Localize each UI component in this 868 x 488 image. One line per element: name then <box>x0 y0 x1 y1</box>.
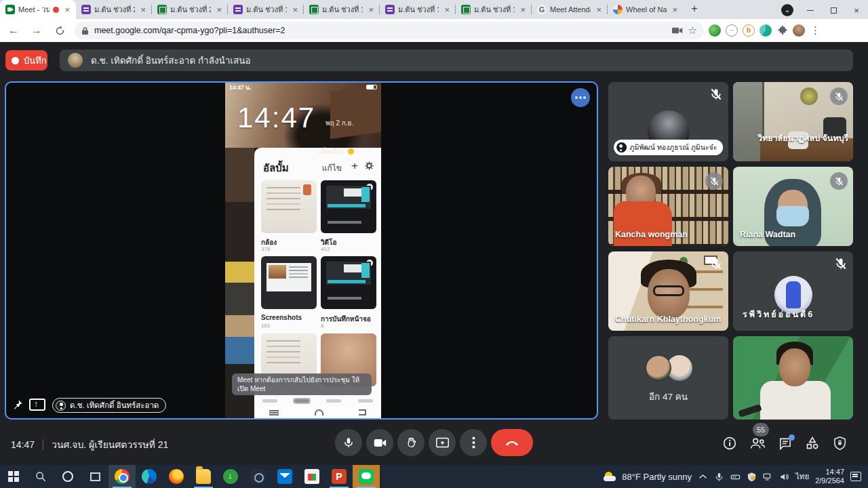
address-bar[interactable]: meet.google.com/qar-cpma-ygo?pli=1&authu… <box>75 22 704 39</box>
browser-toolbar: ← → meet.google.com/qar-cpma-ygo?pli=1&a… <box>0 19 868 42</box>
participants-button[interactable] <box>749 434 766 452</box>
sun-icon <box>348 148 354 155</box>
cortana-button[interactable] <box>54 465 81 488</box>
taskbar-idm[interactable] <box>217 465 244 488</box>
tab-wheel-of-names[interactable]: Wheel of Nam × <box>608 0 684 19</box>
pin-icon[interactable] <box>12 399 24 411</box>
participant-tile[interactable] <box>733 336 853 420</box>
present-screen-button[interactable] <box>429 429 456 456</box>
lock-icon <box>81 26 89 35</box>
album-count: 378 <box>261 246 270 252</box>
tab-sheets-1[interactable]: ม.ต้น ช่วงที่ 2 P × <box>152 0 228 19</box>
tray-device-icon[interactable] <box>730 472 741 482</box>
action-center-icon[interactable] <box>850 472 861 481</box>
activities-button[interactable] <box>804 434 821 452</box>
tab-sheets-2[interactable]: ม.ต้น ช่วงที่ 1 P × <box>304 0 380 19</box>
tab-forms-2[interactable]: ม.ต้น ช่วงที่ 1 P × <box>228 0 304 19</box>
reload-icon <box>55 26 65 36</box>
tab-close-icon[interactable]: × <box>214 5 224 15</box>
tray-mic-icon[interactable] <box>714 472 724 482</box>
participant-tile[interactable]: วิทยาลัยนาฏศิลป จันทบุรี <box>733 82 853 161</box>
forward-button[interactable]: → <box>27 21 46 40</box>
camera-button[interactable] <box>366 429 393 456</box>
tab-close-icon[interactable]: × <box>442 5 452 15</box>
participant-count-badge: 55 <box>753 423 769 436</box>
album-label: Screenshots <box>261 314 302 321</box>
tab-meet-attendance[interactable]: G Meet Attenda × <box>532 0 608 19</box>
mic-button[interactable] <box>335 429 362 456</box>
task-view-button[interactable] <box>81 465 108 488</box>
tab-title: Meet - วน <box>18 3 50 16</box>
tab-close-icon[interactable]: × <box>518 5 528 15</box>
profile-avatar[interactable] <box>793 24 805 37</box>
window-maximize-button[interactable] <box>822 1 845 19</box>
tab-close-icon[interactable]: × <box>290 5 300 15</box>
weather-widget[interactable]: 88°F Partly sunny <box>604 472 692 482</box>
window-minimize-button[interactable] <box>799 1 822 19</box>
stage-more-options-button[interactable] <box>571 88 590 107</box>
meet-return-toast: Meet หากต้องการกลับไปยังการประชุม ให้เปิ… <box>232 373 372 395</box>
overflow-participants-tile[interactable]: อีก 47 คน <box>608 336 728 420</box>
tab-title: Wheel of Nam <box>626 5 667 14</box>
meeting-details-button[interactable] <box>721 434 738 452</box>
taskbar-firefox[interactable] <box>163 465 190 488</box>
host-controls-button[interactable] <box>831 434 848 452</box>
participant-tile[interactable]: Chutikarn Khlaythongkum <box>608 251 728 331</box>
download-manager-icon <box>223 469 238 484</box>
raise-hand-button[interactable] <box>397 429 425 456</box>
extension-globe-icon[interactable] <box>709 24 721 37</box>
album-thumb-camera <box>261 180 317 233</box>
taskbar-file-explorer[interactable] <box>190 465 217 488</box>
taskbar-powerpoint[interactable]: P <box>326 465 353 488</box>
participant-name: รพีวิทย์อ่อนดี6 <box>743 308 814 321</box>
android-menu-icon <box>269 410 279 415</box>
tray-network-icon[interactable] <box>763 472 773 482</box>
taskbar-line[interactable] <box>353 465 380 488</box>
taskbar-store[interactable] <box>298 465 326 488</box>
tab-close-icon[interactable]: × <box>670 5 679 15</box>
tab-close-icon[interactable]: × <box>366 5 376 15</box>
more-options-button[interactable] <box>460 429 487 456</box>
taskbar-camera[interactable] <box>244 465 271 488</box>
presenting-box-icon[interactable] <box>29 399 45 411</box>
participant-name: Chutikarn Khlaythongkum <box>615 314 721 324</box>
back-button[interactable]: ← <box>4 21 23 40</box>
bookmark-star-icon[interactable]: ☆ <box>688 24 697 37</box>
tab-close-icon[interactable]: × <box>62 5 72 15</box>
tab-forms-3[interactable]: ม.ต้น ช่วงที่ 1 P × <box>380 0 456 19</box>
chat-notification-dot <box>789 434 795 441</box>
extension-arrow-icon[interactable] <box>726 24 738 37</box>
tab-close-icon[interactable]: × <box>138 5 148 15</box>
window-close-button[interactable]: × <box>845 1 868 19</box>
participant-tile[interactable]: รพีวิทย์อ่อนดี6 <box>733 251 853 331</box>
participant-tile[interactable]: ภูมิพัฒน์ ทองภูธรณ์ ภูมินะจ๋ะ <box>608 82 728 161</box>
tab-forms-1[interactable]: ม.ต้น ช่วงที่ 2 P × <box>76 0 152 19</box>
participant-tile[interactable]: Kancha wongman <box>608 167 728 246</box>
tab-sheets-3[interactable]: ม.ต้น ช่วงที่ 1 P × <box>456 0 532 19</box>
tab-close-icon[interactable]: × <box>594 5 604 15</box>
tray-volume-icon[interactable] <box>779 472 789 482</box>
taskbar-edge[interactable] <box>136 465 163 488</box>
tray-chevron-icon[interactable] <box>698 472 708 482</box>
reload-button[interactable] <box>50 21 69 40</box>
end-call-icon <box>505 439 519 446</box>
browser-menu-icon[interactable]: ⋮ <box>810 24 821 37</box>
taskbar-clock[interactable]: 14:47 2/9/2564 <box>815 468 844 485</box>
new-tab-button[interactable]: + <box>686 1 703 18</box>
end-call-button[interactable] <box>491 429 533 456</box>
extension-b-icon[interactable]: b <box>743 24 755 37</box>
tab-meet[interactable]: Meet - วน × <box>0 0 76 19</box>
extension-attendance-icon[interactable] <box>760 24 772 37</box>
search-button[interactable] <box>27 465 54 488</box>
tab-search-button[interactable]: ⌄ <box>781 4 793 16</box>
tab-media-camera-icon[interactable] <box>672 26 683 35</box>
language-indicator[interactable]: ไทย <box>795 470 809 483</box>
participant-tile[interactable]: Riana Wadtan <box>733 167 853 246</box>
start-button[interactable] <box>0 465 27 488</box>
tray-security-shield-icon[interactable] <box>747 472 757 482</box>
mic-off-icon <box>830 172 848 190</box>
taskbar-mail[interactable] <box>271 465 298 488</box>
presentation-stage[interactable]: 14:47 น. 14:47 พฤ 2 ก.ย. เพิ่มเมือง อัลบ… <box>5 81 598 420</box>
taskbar-chrome[interactable] <box>108 465 136 488</box>
extensions-puzzle-icon[interactable] <box>777 25 788 36</box>
